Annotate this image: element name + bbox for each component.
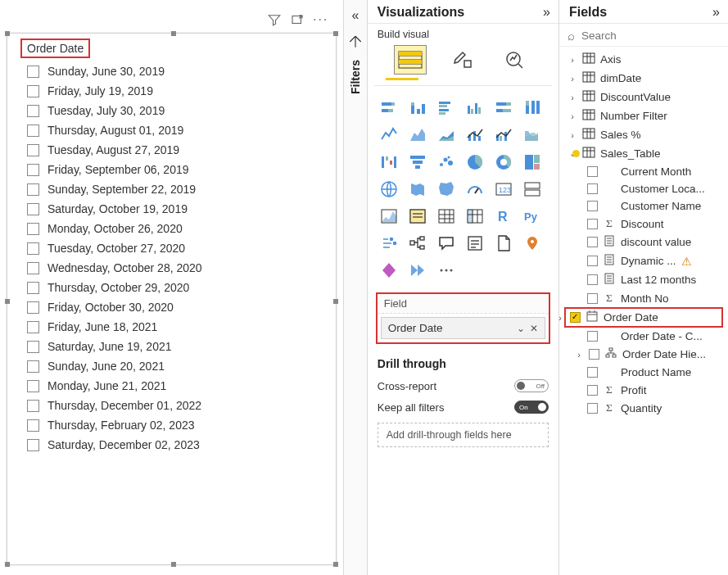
slicer-list[interactable]: Sunday, June 30, 2019Friday, July 19, 20… xyxy=(7,61,336,555)
table-row[interactable]: ›dimDate xyxy=(564,69,723,88)
slicer-visual[interactable]: ··· Order Date Sunday, June 30, 2019Frid… xyxy=(7,33,337,565)
field-checkbox[interactable] xyxy=(587,237,598,247)
field-row[interactable]: Current Month xyxy=(564,163,723,180)
powerapps-icon[interactable] xyxy=(378,260,400,281)
checkbox-icon[interactable] xyxy=(27,380,39,392)
fields-tree[interactable]: ›Axis›dimDate›DiscountValue›Number Filte… xyxy=(559,47,728,575)
table-row[interactable]: ›Number Filter xyxy=(564,106,723,125)
slicer-item[interactable]: Thursday, October 29, 2020 xyxy=(27,278,328,297)
card-icon[interactable]: 123 xyxy=(492,179,515,200)
clustered-bar-icon[interactable] xyxy=(435,97,458,119)
field-well-item[interactable]: Order Date ⌄ ✕ xyxy=(381,317,545,339)
slicer-item[interactable]: Friday, July 19, 2019 xyxy=(27,81,328,101)
line-chart-icon[interactable] xyxy=(378,125,400,146)
matrix-icon[interactable] xyxy=(463,206,486,227)
field-checkbox[interactable] xyxy=(587,367,598,378)
field-checkbox[interactable] xyxy=(587,385,598,396)
field-row[interactable]: Product Name xyxy=(564,364,723,381)
multi-row-card-icon[interactable] xyxy=(521,179,544,200)
narrative-icon[interactable] xyxy=(463,233,486,254)
checkbox-icon[interactable] xyxy=(27,301,39,314)
shape-map-icon[interactable] xyxy=(435,179,458,200)
checkbox-icon[interactable] xyxy=(27,66,39,78)
keep-filters-toggle[interactable]: On xyxy=(514,401,549,414)
checkbox-icon[interactable] xyxy=(27,321,39,333)
field-row[interactable]: ›Order Date Hie... xyxy=(564,345,723,364)
search-input[interactable] xyxy=(581,29,720,42)
checkbox-icon[interactable] xyxy=(27,400,39,412)
slicer-item[interactable]: Tuesday, July 30, 2019 xyxy=(27,101,328,120)
field-row[interactable]: Customer Name xyxy=(564,197,723,215)
checkbox-icon[interactable] xyxy=(27,144,39,156)
key-influencers-icon[interactable] xyxy=(378,233,400,254)
chevron-down-icon[interactable]: ⌄ xyxy=(517,323,525,334)
slicer-item[interactable]: Friday, September 06, 2019 xyxy=(27,160,328,179)
kpi-icon[interactable] xyxy=(378,206,400,227)
collapse-fields-icon[interactable]: » xyxy=(712,5,720,20)
slicer-item[interactable]: Wednesday, October 28, 2020 xyxy=(27,258,328,278)
slicer-item[interactable]: Saturday, December 02, 2023 xyxy=(27,435,328,455)
line-clustered-column-icon[interactable] xyxy=(492,125,515,146)
collapse-visualizations-icon[interactable]: » xyxy=(543,5,550,20)
checkbox-icon[interactable] xyxy=(27,360,39,373)
chevron-down-icon[interactable]: ⌄ xyxy=(567,148,577,159)
slicer-item[interactable]: Thursday, August 01, 2019 xyxy=(27,120,328,140)
slicer-item[interactable]: Sunday, June 30, 2019 xyxy=(27,61,328,81)
field-row[interactable]: discount value xyxy=(564,233,723,251)
slicer-item[interactable]: Friday, October 30, 2020 xyxy=(27,297,328,317)
gauge-icon[interactable] xyxy=(463,179,486,200)
field-row[interactable]: ΣProfit xyxy=(564,381,723,399)
field-row[interactable]: ΣMonth No xyxy=(564,289,723,307)
stacked-area-icon[interactable] xyxy=(435,125,458,146)
checkbox-icon[interactable] xyxy=(27,223,39,235)
funnel-chart-icon[interactable] xyxy=(406,152,429,173)
100-stacked-bar-icon[interactable] xyxy=(492,97,515,119)
drill-through-drop[interactable]: Add drill-through fields here xyxy=(378,423,549,447)
checkbox-icon[interactable] xyxy=(27,242,39,255)
r-visual-icon[interactable]: R xyxy=(492,206,515,227)
area-chart-icon[interactable] xyxy=(406,125,429,146)
slicer-item[interactable]: Thursday, December 01, 2022 xyxy=(27,396,328,415)
slicer-item[interactable]: Monday, June 21, 2021 xyxy=(27,376,328,396)
scatter-chart-icon[interactable] xyxy=(435,152,458,173)
chevron-right-icon[interactable]: › xyxy=(567,74,577,84)
qa-visual-icon[interactable] xyxy=(435,233,458,254)
checkbox-icon[interactable] xyxy=(27,203,39,215)
cross-report-toggle[interactable]: Off xyxy=(514,379,549,392)
slicer-item[interactable]: Thursday, February 02, 2023 xyxy=(27,415,328,435)
field-row[interactable]: Order Date - C... xyxy=(564,328,723,345)
checkbox-icon[interactable] xyxy=(27,183,39,196)
chevron-right-icon[interactable]: › xyxy=(567,130,577,140)
table-row[interactable]: ›DiscountValue xyxy=(564,88,723,106)
slicer-item[interactable]: Saturday, October 19, 2019 xyxy=(27,199,328,219)
tab-analytics[interactable] xyxy=(499,45,531,75)
more-options-icon[interactable]: ··· xyxy=(313,12,328,27)
waterfall-icon[interactable] xyxy=(378,152,400,173)
tab-format-visual[interactable] xyxy=(446,45,479,75)
py-visual-icon[interactable]: Py xyxy=(521,206,544,227)
field-row[interactable]: ΣQuantity xyxy=(564,399,723,417)
checkbox-icon[interactable] xyxy=(27,262,39,274)
field-checkbox[interactable] xyxy=(587,201,598,211)
slicer-item[interactable]: Saturday, June 19, 2021 xyxy=(27,337,328,356)
chevron-right-icon[interactable]: › xyxy=(559,313,565,323)
slicer-item[interactable]: Friday, June 18, 2021 xyxy=(27,317,328,337)
donut-chart-icon[interactable] xyxy=(492,152,515,173)
slicer-item[interactable]: Sunday, September 22, 2019 xyxy=(27,179,328,199)
tab-build-visual[interactable] xyxy=(394,45,427,75)
pie-chart-icon[interactable] xyxy=(463,152,486,173)
more-visuals-icon[interactable] xyxy=(435,260,458,281)
clustered-column-icon[interactable] xyxy=(463,97,486,119)
paginated-report-icon[interactable] xyxy=(492,233,515,254)
filter-icon[interactable] xyxy=(267,12,282,27)
field-row[interactable]: Customer Loca... xyxy=(564,180,723,197)
field-checkbox[interactable] xyxy=(587,219,598,229)
slicer-item[interactable]: Sunday, June 20, 2021 xyxy=(27,356,328,376)
line-stacked-column-icon[interactable] xyxy=(463,125,486,146)
arcgis-map-icon[interactable] xyxy=(521,233,544,254)
field-checkbox[interactable] xyxy=(587,274,598,285)
field-checkbox[interactable] xyxy=(589,349,599,360)
slicer-item[interactable]: Tuesday, October 27, 2020 xyxy=(27,238,328,258)
checkbox-icon[interactable] xyxy=(27,341,39,353)
table-icon[interactable] xyxy=(435,206,458,227)
